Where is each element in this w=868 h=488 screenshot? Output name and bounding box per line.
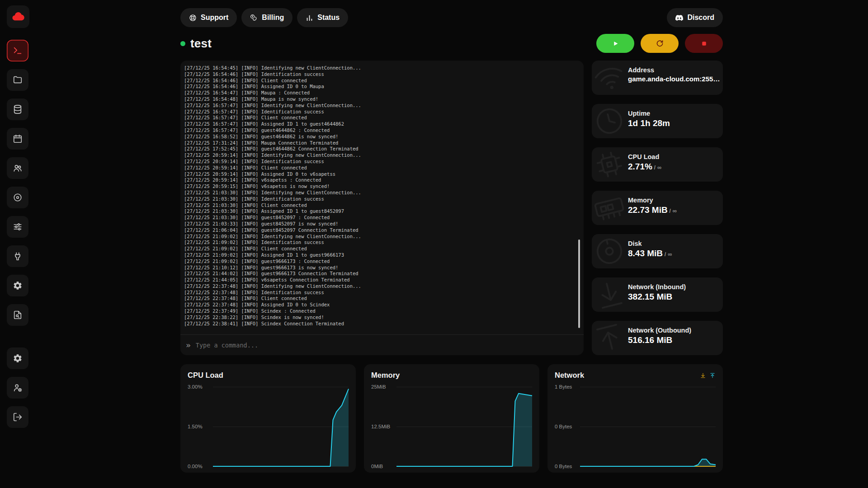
chart-memory: Memory25MiB12.5MiB0MiB: [364, 364, 539, 473]
y-axis-label: 0 Bytes: [555, 464, 572, 469]
chart-legend: [700, 372, 716, 379]
console-log-line: [27/12/25 16:54:48] [INFO] Maupa is now …: [184, 96, 580, 103]
chart-network: Network1 Bytes0 Bytes0 Bytes: [547, 364, 723, 473]
console-log-line: [27/12/25 17:31:24] [INFO] Maupa Connect…: [184, 140, 580, 146]
y-axis: 3.00%1.50%0.00%: [188, 387, 213, 466]
stat-card-uptime: Uptime1d 1h 28m: [592, 104, 723, 138]
chart-plot-area: [396, 387, 532, 466]
sidebar: [0, 0, 35, 488]
chart-body: 1 Bytes0 Bytes0 Bytes: [555, 387, 716, 466]
stop-button[interactable]: [685, 34, 723, 53]
topbar: SupportBillingStatus Discord: [180, 8, 723, 27]
sidebar-footer-nav: [7, 347, 35, 436]
upload-icon: [592, 321, 630, 355]
start-button[interactable]: [596, 34, 634, 53]
console-log-line: [27/12/25 20:59:14] [INFO] Assigned ID 0…: [184, 171, 580, 178]
cpu-icon: [592, 147, 630, 182]
console-log-line: [27/12/25 22:37:48] [INFO] Identificatio…: [184, 290, 580, 296]
stat-value: 516.16 MiB: [628, 335, 716, 345]
sidebar-item-startup[interactable]: [7, 245, 28, 267]
console-log-line: [27/12/25 16:54:46] [INFO] Identificatio…: [184, 71, 580, 78]
console-log-line: [27/12/25 20:59:14] [INFO] Client connec…: [184, 165, 580, 171]
console-log-line: [27/12/25 20:59:14] [INFO] Identifying n…: [184, 152, 580, 159]
gear-icon: [13, 353, 23, 363]
outbound-legend-icon: [709, 372, 716, 379]
discord-button-label: Discord: [687, 14, 714, 22]
chart-title: Network: [555, 371, 584, 380]
y-axis-label: 0.00%: [188, 464, 203, 469]
y-axis-label: 0MiB: [371, 464, 383, 469]
power-controls: [596, 34, 723, 53]
command-row: »: [180, 334, 584, 355]
sidebar-item-users[interactable]: [7, 157, 28, 179]
stat-value: 1d 1h 28m: [628, 118, 716, 128]
console-log-line: [27/12/25 16:57:47] [INFO] Assigned ID 1…: [184, 121, 580, 127]
server-title: test: [180, 37, 212, 51]
sidebar-nav: [7, 40, 35, 333]
topbar-status-button[interactable]: Status: [297, 8, 348, 27]
series-outbound-area: [580, 459, 716, 466]
console-log-line: [27/12/25 17:52:45] [INFO] guest4644862 …: [184, 146, 580, 152]
topbar-support-button[interactable]: Support: [180, 8, 237, 27]
file-search-icon: [13, 310, 23, 320]
sidebar-item-schedules[interactable]: [7, 128, 28, 150]
sidebar-item-settings[interactable]: [7, 275, 28, 296]
app-logo[interactable]: [7, 5, 29, 28]
y-axis-label: 0 Bytes: [555, 424, 572, 429]
restart-button[interactable]: [641, 34, 679, 53]
disc-icon: [13, 192, 23, 202]
console-log[interactable]: [27/12/25 16:54:45] [INFO] Identifying n…: [180, 61, 584, 334]
chart-header: Network: [555, 371, 716, 380]
plug-icon: [13, 251, 23, 261]
sidebar-item-activity[interactable]: [7, 304, 28, 326]
command-input[interactable]: [196, 342, 578, 349]
console-log-line: [27/12/25 21:09:02] [INFO] Client connec…: [184, 246, 580, 252]
series-cpu-load-line: [213, 389, 349, 466]
console-log-line: [27/12/25 21:03:30] [INFO] guest8452097 …: [184, 215, 580, 221]
stat-value-limit: / ∞: [663, 251, 672, 258]
sidebar-item-network[interactable]: [7, 216, 28, 238]
coins-icon: [250, 14, 258, 22]
stat-value: 382.15 MiB: [628, 292, 716, 302]
stat-card-disk: Disk8.43 MiB / ∞: [592, 234, 723, 268]
main-area: SupportBillingStatus Discord test: [35, 0, 868, 488]
gear-icon: [13, 281, 23, 291]
stat-value: 2.71% / ∞: [628, 162, 716, 172]
console-log-line: [27/12/25 16:54:46] [INFO] Client connec…: [184, 78, 580, 84]
terminal-icon: [13, 46, 23, 56]
console-scrollbar[interactable]: [578, 239, 580, 328]
stat-value: game.anda-cloud.com:255…: [628, 75, 716, 83]
y-axis-label: 25MiB: [371, 384, 386, 389]
disk-icon: [592, 234, 630, 268]
sidebar-item-account[interactable]: [7, 377, 28, 399]
play-icon: [612, 40, 619, 47]
console-log-line: [27/12/25 21:09:02] [INFO] Identifying n…: [184, 234, 580, 240]
discord-button[interactable]: Discord: [667, 8, 723, 27]
wifi-icon: [592, 61, 630, 95]
chart-body: 3.00%1.50%0.00%: [188, 387, 349, 466]
topbar-right: Discord: [667, 8, 723, 27]
sidebar-item-backups[interactable]: [7, 187, 28, 208]
console-log-line: [27/12/25 21:10:12] [INFO] guest9666173 …: [184, 265, 580, 271]
ram-icon: [592, 191, 630, 225]
console-log-line: [27/12/25 21:09:02] [INFO] Identificatio…: [184, 239, 580, 246]
sidebar-item-logout[interactable]: [7, 406, 28, 428]
stat-label: Memory: [628, 197, 716, 204]
stat-label: Uptime: [628, 110, 716, 117]
console-log-line: [27/12/25 21:03:33] [INFO] guest8452097 …: [184, 221, 580, 227]
console-log-line: [27/12/25 20:59:14] [INFO] Identificatio…: [184, 159, 580, 165]
console-log-line: [27/12/25 16:57:47] [INFO] guest4644862 …: [184, 127, 580, 134]
sidebar-item-databases[interactable]: [7, 99, 28, 120]
sidebar-item-files[interactable]: [7, 69, 28, 91]
console-panel: [27/12/25 16:54:45] [INFO] Identifying n…: [180, 61, 584, 355]
topbar-billing-button[interactable]: Billing: [241, 8, 292, 27]
sidebar-item-console[interactable]: [7, 40, 28, 61]
lifebuoy-icon: [189, 14, 197, 22]
chart-cpu-load: CPU Load3.00%1.50%0.00%: [180, 364, 356, 473]
chart-plot-area: [580, 387, 716, 466]
command-prompt-icon: »: [186, 341, 191, 349]
chart-body: 25MiB12.5MiB0MiB: [371, 387, 532, 466]
console-log-line: [27/12/25 21:03:30] [INFO] Identifying n…: [184, 190, 580, 196]
sidebar-item-admin[interactable]: [7, 347, 28, 369]
discord-icon: [675, 14, 683, 22]
